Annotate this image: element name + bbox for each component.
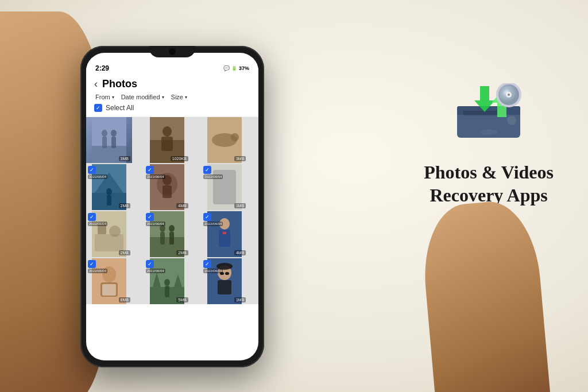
- photo-check-9[interactable]: ✓: [203, 213, 211, 221]
- photo-cell-1[interactable]: 3MB: [86, 117, 132, 163]
- app-header: ‹ Photos From ▾ Date modified ▾ Size ▾ ✓: [86, 75, 258, 117]
- photo-check-7[interactable]: ✓: [88, 213, 96, 221]
- phone-notch: [149, 46, 195, 57]
- photo-cell-4[interactable]: ✓ 2022/06/04 2MB: [86, 164, 132, 210]
- battery-percent: 37%: [239, 65, 249, 71]
- svg-rect-17: [107, 195, 111, 205]
- svg-point-2: [102, 130, 107, 137]
- photo-size-10: 8MB: [119, 297, 130, 302]
- date-chevron-icon: ▾: [162, 95, 164, 100]
- svg-point-59: [480, 129, 497, 135]
- photo-cell-12[interactable]: ✓ 2022/06/04 1MB: [202, 258, 247, 304]
- svg-point-4: [111, 130, 117, 137]
- svg-point-34: [169, 225, 175, 232]
- status-icons: 💬 🔋 37%: [223, 65, 249, 71]
- photo-size-5: 4MB: [176, 203, 188, 208]
- photo-size-9: 4MB: [234, 250, 246, 255]
- photo-size-2: 1020KB: [171, 156, 188, 161]
- photo-date-4: 2022/06/04: [88, 174, 107, 179]
- svg-rect-44: [102, 284, 116, 296]
- right-panel: Photos & Videos Recovery Apps: [424, 75, 554, 207]
- status-time: 2:29: [95, 64, 109, 72]
- photo-check-5[interactable]: ✓: [146, 166, 154, 174]
- select-all-label: Select All: [106, 104, 134, 112]
- svg-point-12: [231, 133, 239, 141]
- photo-size-6: 1MB: [234, 203, 246, 208]
- date-filter[interactable]: Date modified ▾: [121, 94, 164, 100]
- svg-point-29: [109, 226, 121, 237]
- photo-size-1: 3MB: [119, 156, 130, 161]
- camera-hole: [169, 48, 176, 55]
- photo-size-3: 3MB: [234, 156, 246, 161]
- svg-rect-48: [165, 286, 169, 297]
- select-all-row: ✓ Select All: [94, 104, 250, 112]
- from-chevron-icon: ▾: [112, 95, 114, 100]
- svg-rect-60: [463, 111, 497, 115]
- photo-cell-10[interactable]: ✓ 2022/06/04 8MB: [86, 258, 132, 304]
- svg-point-8: [163, 126, 172, 137]
- photo-cell-6[interactable]: ✓ 2022/06/04 1MB: [202, 164, 247, 210]
- status-bar: 2:29 💬 🔋 37%: [86, 61, 258, 75]
- select-all-checkbox[interactable]: ✓: [94, 104, 102, 112]
- svg-rect-9: [161, 137, 173, 151]
- photo-size-7: 2MB: [119, 250, 130, 255]
- filter-row: From ▾ Date modified ▾ Size ▾: [94, 94, 250, 100]
- photo-check-10[interactable]: ✓: [88, 260, 96, 268]
- svg-rect-25: [214, 188, 235, 203]
- photo-size-4: 2MB: [119, 203, 130, 208]
- photo-size-12: 1MB: [234, 297, 246, 302]
- phone: 2:29 💬 🔋 37% ‹ Photos From ▾ Date modifi…: [80, 46, 264, 367]
- size-chevron-icon: ▾: [185, 95, 187, 100]
- size-filter[interactable]: Size ▾: [171, 94, 187, 100]
- phone-screen: 2:29 💬 🔋 37% ‹ Photos From ▾ Date modifi…: [86, 53, 258, 360]
- battery-icon: 🔋: [231, 66, 237, 71]
- svg-point-16: [106, 188, 112, 195]
- recovery-title: Photos & Videos Recovery Apps: [424, 161, 554, 207]
- svg-rect-21: [163, 185, 172, 198]
- photo-size-8: 2MB: [176, 250, 188, 255]
- from-filter[interactable]: From ▾: [95, 94, 114, 100]
- photo-check-8[interactable]: ✓: [146, 213, 154, 221]
- photo-cell-7[interactable]: ✓ 2022/06/04 2MB: [86, 211, 132, 257]
- svg-rect-3: [102, 137, 107, 148]
- recovery-icon: [443, 75, 535, 149]
- photo-cell-9[interactable]: ✓ 2022/06/04 4MB: [202, 211, 247, 257]
- photo-cell-8[interactable]: ✓ 2022/06/04 2MB: [144, 211, 190, 257]
- hard-disk-icon: [451, 83, 526, 141]
- svg-rect-33: [160, 232, 165, 244]
- svg-point-47: [164, 279, 170, 286]
- photo-check-11[interactable]: ✓: [146, 260, 154, 268]
- photo-cell-11[interactable]: ✓ 2022/06/04 5MB: [144, 258, 190, 304]
- photo-cell-5[interactable]: ✓ 2022/06/04 4MB: [144, 164, 190, 210]
- photo-check-6[interactable]: ✓: [203, 166, 211, 174]
- svg-rect-5: [111, 137, 116, 148]
- whatsapp-icon: 💬: [223, 65, 230, 71]
- svg-rect-35: [169, 232, 174, 244]
- back-button[interactable]: ‹: [94, 78, 98, 90]
- svg-point-61: [507, 116, 516, 125]
- photo-cell-2[interactable]: 1020KB: [144, 117, 190, 163]
- svg-rect-27: [95, 234, 123, 251]
- page-title: Photos: [102, 78, 137, 90]
- photo-check-12[interactable]: ✓: [203, 260, 211, 268]
- photo-cell-3[interactable]: 3MB: [202, 117, 247, 163]
- svg-rect-56: [225, 272, 229, 275]
- svg-rect-54: [218, 280, 231, 294]
- photo-check-4[interactable]: ✓: [88, 166, 96, 174]
- photo-size-11: 5MB: [176, 297, 188, 302]
- svg-point-65: [508, 94, 510, 96]
